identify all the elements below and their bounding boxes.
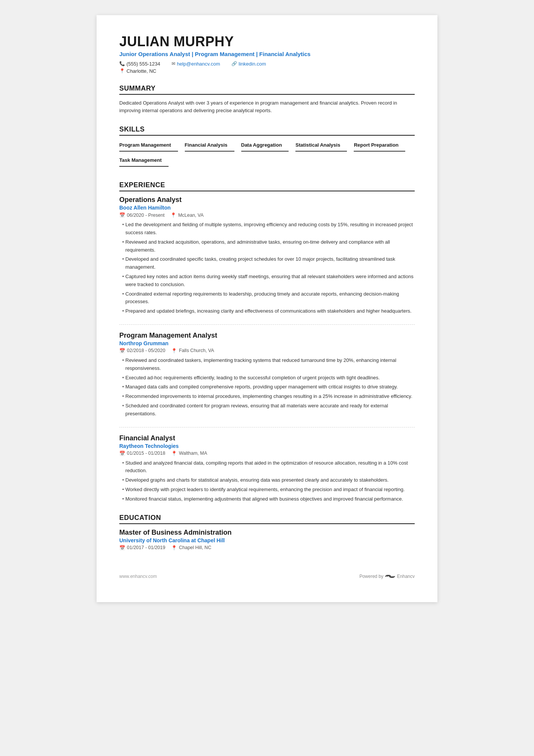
company-name: Booz Allen Hamilton [119,205,415,211]
company-name: Raytheon Technologies [119,443,415,449]
experience-entry: Financial Analyst Raytheon Technologies … [119,427,415,503]
skill-item: Task Management [119,155,169,167]
phone-number: (555) 555-1234 [126,61,160,67]
footer-website: www.enhancv.com [119,574,157,579]
skill-item: Financial Analysis [185,140,234,152]
location-icon: 📍 [170,212,176,218]
company-name: Northrop Grumman [119,340,415,346]
job-meta: 📅 02/2018 - 05/2020 📍 Falls Church, VA [119,348,415,354]
edu-location: 📍 Chapel Hill, NC [171,545,211,551]
bullet-item: Captured key notes and action items duri… [125,273,415,289]
job-title: Operations Analyst [119,196,415,204]
powered-by-text: Powered by [359,574,383,579]
bullet-item: Reviewed and coordinated taskers, implem… [125,357,415,373]
education-entry: Master of Business Administration Univer… [119,529,415,551]
location-contact: 📍 Charlotte, NC [119,68,156,74]
school-name: University of North Carolina at Chapel H… [119,537,415,543]
edu-dates: 📅 01/2017 - 01/2019 [119,545,165,551]
location-icon: 📍 [171,451,177,456]
calendar-icon: 📅 [119,348,125,354]
bullet-item: Studied and analyzed financial data, com… [125,459,415,475]
summary-title: SUMMARY [119,85,415,95]
enhancv-logo-icon [385,573,395,579]
skill-item: Data Aggregation [241,140,289,152]
header-section: JULIAN MURPHY Junior Operations Analyst … [119,34,415,74]
location-icon: 📍 [171,348,177,354]
linkedin-url: linkedin.com [239,61,266,67]
experience-title: EXPERIENCE [119,181,415,191]
phone-contact: 📞 (555) 555-1234 [119,61,160,67]
location-icon: 📍 [119,68,125,74]
experience-entry: Operations Analyst Booz Allen Hamilton 📅… [119,196,415,315]
skills-grid: Program ManagementFinancial AnalysisData… [119,140,415,171]
contact-row-1: 📞 (555) 555-1234 ✉ help@enhancv.com 🔗 li… [119,61,415,67]
skills-title: SKILLS [119,125,415,136]
summary-section: SUMMARY Dedicated Operations Analyst wit… [119,85,415,115]
degree-title: Master of Business Administration [119,529,415,537]
bullet-item: Executed ad-hoc requirements efficiently… [125,374,415,382]
job-dates: 📅 02/2018 - 05/2020 [119,348,165,354]
contact-row-2: 📍 Charlotte, NC [119,68,415,74]
job-title: Program Management Analyst [119,332,415,340]
calendar-icon: 📅 [119,212,125,218]
skill-item: Statistical Analysis [295,140,347,152]
skills-section: SKILLS Program ManagementFinancial Analy… [119,125,415,171]
summary-text: Dedicated Operations Analyst with over 3… [119,99,415,115]
education-list: Master of Business Administration Univer… [119,529,415,551]
resume-page: JULIAN MURPHY Junior Operations Analyst … [97,15,437,602]
bullet-item: Led the development and fielding of mult… [125,221,415,237]
bullet-list: Reviewed and coordinated taskers, implem… [119,357,415,418]
location-icon: 📍 [171,545,177,551]
job-meta: 📅 06/2020 - Present 📍 McLean, VA [119,212,415,218]
candidate-title: Junior Operations Analyst | Program Mana… [119,51,415,57]
bullet-item: Reviewed and tracked acquisition, operat… [125,238,415,254]
job-meta: 📅 01/2015 - 01/2018 📍 Waltham, MA [119,451,415,456]
bullet-item: Prepared and updated briefings, increasi… [125,307,415,315]
experience-list: Operations Analyst Booz Allen Hamilton 📅… [119,196,415,503]
job-location: 📍 McLean, VA [170,212,203,218]
skill-item: Report Preparation [354,140,405,152]
bullet-list: Studied and analyzed financial data, com… [119,459,415,503]
linkedin-contact: 🔗 linkedin.com [231,61,266,67]
education-section: EDUCATION Master of Business Administrat… [119,514,415,551]
bullet-item: Monitored financial status, implementing… [125,495,415,503]
bullet-item: Scheduled and coordinated content for pr… [125,402,415,418]
enhancv-brand-name: Enhancv [397,574,415,579]
email-contact: ✉ help@enhancv.com [172,61,220,67]
edu-meta: 📅 01/2017 - 01/2019 📍 Chapel Hill, NC [119,545,415,551]
calendar-icon: 📅 [119,545,125,551]
page-footer: www.enhancv.com Powered by Enhancv [119,573,415,579]
education-title: EDUCATION [119,514,415,524]
bullet-item: Coordinated external reporting requireme… [125,290,415,306]
bullet-item: Developed and coordinated specific tasks… [125,255,415,271]
skill-item: Program Management [119,140,178,152]
experience-section: EXPERIENCE Operations Analyst Booz Allen… [119,181,415,503]
linkedin-icon: 🔗 [231,61,237,66]
bullet-list: Led the development and fielding of mult… [119,221,415,315]
phone-icon: 📞 [119,61,125,66]
job-title: Financial Analyst [119,434,415,442]
email-address: help@enhancv.com [177,61,220,67]
bullet-item: Recommended improvements to internal pro… [125,393,415,401]
bullet-item: Developed graphs and charts for statisti… [125,476,415,484]
email-icon: ✉ [172,61,175,66]
location-text: Charlotte, NC [126,68,156,74]
candidate-name: JULIAN MURPHY [119,34,415,49]
experience-entry: Program Management Analyst Northrop Grum… [119,324,415,418]
bullet-item: Worked directly with project leaders to … [125,486,415,494]
enhancv-branding: Powered by Enhancv [359,573,415,579]
job-dates: 📅 06/2020 - Present [119,212,164,218]
job-dates: 📅 01/2015 - 01/2018 [119,451,165,456]
job-location: 📍 Waltham, MA [171,451,207,456]
bullet-item: Managed data calls and compiled comprehe… [125,383,415,391]
calendar-icon: 📅 [119,451,125,456]
job-location: 📍 Falls Church, VA [171,348,214,354]
